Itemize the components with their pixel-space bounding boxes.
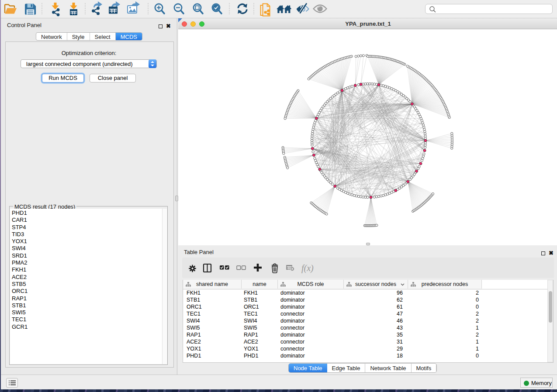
svg-text:f(x): f(x) xyxy=(301,263,314,273)
